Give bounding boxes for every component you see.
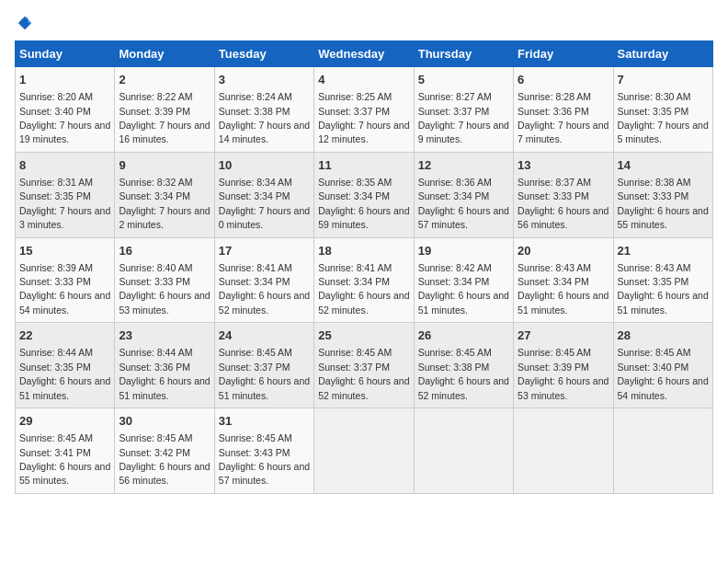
day-number: 16 xyxy=(119,243,210,259)
page-header xyxy=(15,15,713,31)
calendar-cell: 23Sunrise: 8:44 AMSunset: 3:36 PMDayligh… xyxy=(115,323,214,408)
day-detail: Sunrise: 8:27 AMSunset: 3:37 PMDaylight:… xyxy=(418,91,509,144)
day-number: 17 xyxy=(219,243,310,259)
day-detail: Sunrise: 8:45 AMSunset: 3:38 PMDaylight:… xyxy=(418,347,509,400)
day-detail: Sunrise: 8:38 AMSunset: 3:33 PMDaylight:… xyxy=(618,177,709,230)
logo xyxy=(15,15,33,31)
calendar-header-saturday: Saturday xyxy=(613,41,712,67)
calendar-header-thursday: Thursday xyxy=(414,41,513,67)
calendar-header-friday: Friday xyxy=(514,41,613,67)
calendar-cell: 18Sunrise: 8:41 AMSunset: 3:34 PMDayligh… xyxy=(314,237,414,323)
calendar-cell: 13Sunrise: 8:37 AMSunset: 3:33 PMDayligh… xyxy=(514,152,613,237)
day-number: 13 xyxy=(518,157,609,174)
day-detail: Sunrise: 8:25 AMSunset: 3:37 PMDaylight:… xyxy=(318,91,409,144)
day-detail: Sunrise: 8:45 AMSunset: 3:37 PMDaylight:… xyxy=(219,347,310,400)
day-detail: Sunrise: 8:45 AMSunset: 3:41 PMDaylight:… xyxy=(19,432,110,486)
day-detail: Sunrise: 8:42 AMSunset: 3:34 PMDaylight:… xyxy=(418,262,509,316)
day-number: 24 xyxy=(219,327,310,344)
calendar-cell: 19Sunrise: 8:42 AMSunset: 3:34 PMDayligh… xyxy=(414,237,513,323)
day-number: 6 xyxy=(518,72,609,88)
calendar-cell: 24Sunrise: 8:45 AMSunset: 3:37 PMDayligh… xyxy=(214,323,313,408)
calendar-week-2: 8Sunrise: 8:31 AMSunset: 3:35 PMDaylight… xyxy=(16,152,713,237)
day-number: 29 xyxy=(19,413,110,430)
day-detail: Sunrise: 8:45 AMSunset: 3:39 PMDaylight:… xyxy=(518,347,609,400)
calendar-cell: 26Sunrise: 8:45 AMSunset: 3:38 PMDayligh… xyxy=(414,323,513,408)
calendar-cell: 8Sunrise: 8:31 AMSunset: 3:35 PMDaylight… xyxy=(16,152,115,237)
day-detail: Sunrise: 8:45 AMSunset: 3:37 PMDaylight:… xyxy=(318,347,409,400)
day-detail: Sunrise: 8:35 AMSunset: 3:34 PMDaylight:… xyxy=(318,177,409,230)
day-number: 28 xyxy=(618,327,709,344)
day-number: 22 xyxy=(19,327,110,344)
day-number: 15 xyxy=(19,243,110,259)
day-detail: Sunrise: 8:41 AMSunset: 3:34 PMDaylight:… xyxy=(318,262,409,316)
calendar-header-sunday: Sunday xyxy=(16,41,115,67)
calendar-header-monday: Monday xyxy=(115,41,214,67)
day-detail: Sunrise: 8:30 AMSunset: 3:35 PMDaylight:… xyxy=(618,91,709,144)
calendar-header-row: SundayMondayTuesdayWednesdayThursdayFrid… xyxy=(16,41,713,67)
calendar-cell xyxy=(314,408,414,494)
day-number: 7 xyxy=(618,72,709,88)
calendar-cell: 20Sunrise: 8:43 AMSunset: 3:34 PMDayligh… xyxy=(514,237,613,323)
day-detail: Sunrise: 8:43 AMSunset: 3:34 PMDaylight:… xyxy=(518,262,609,316)
calendar-cell: 27Sunrise: 8:45 AMSunset: 3:39 PMDayligh… xyxy=(514,323,613,408)
day-detail: Sunrise: 8:36 AMSunset: 3:34 PMDaylight:… xyxy=(418,177,509,230)
calendar-cell: 28Sunrise: 8:45 AMSunset: 3:40 PMDayligh… xyxy=(613,323,712,408)
calendar-cell: 7Sunrise: 8:30 AMSunset: 3:35 PMDaylight… xyxy=(613,67,712,153)
day-number: 2 xyxy=(119,72,210,88)
calendar-week-5: 29Sunrise: 8:45 AMSunset: 3:41 PMDayligh… xyxy=(16,408,713,494)
calendar-cell: 6Sunrise: 8:28 AMSunset: 3:36 PMDaylight… xyxy=(514,67,613,153)
calendar-cell: 22Sunrise: 8:44 AMSunset: 3:35 PMDayligh… xyxy=(16,323,115,408)
day-number: 21 xyxy=(618,243,709,259)
day-detail: Sunrise: 8:28 AMSunset: 3:36 PMDaylight:… xyxy=(518,91,609,144)
day-detail: Sunrise: 8:32 AMSunset: 3:34 PMDaylight:… xyxy=(119,177,210,230)
calendar-cell xyxy=(514,408,613,494)
day-number: 1 xyxy=(19,72,110,88)
day-number: 25 xyxy=(318,327,409,344)
calendar-header-tuesday: Tuesday xyxy=(214,41,313,67)
day-number: 12 xyxy=(418,157,509,174)
day-detail: Sunrise: 8:31 AMSunset: 3:35 PMDaylight:… xyxy=(19,177,110,230)
day-number: 8 xyxy=(19,157,110,174)
calendar-cell: 15Sunrise: 8:39 AMSunset: 3:33 PMDayligh… xyxy=(16,237,115,323)
day-detail: Sunrise: 8:45 AMSunset: 3:43 PMDaylight:… xyxy=(219,432,310,486)
day-detail: Sunrise: 8:22 AMSunset: 3:39 PMDaylight:… xyxy=(119,91,210,144)
calendar-cell: 10Sunrise: 8:34 AMSunset: 3:34 PMDayligh… xyxy=(214,152,313,237)
calendar-cell xyxy=(613,408,712,494)
calendar-cell: 1Sunrise: 8:20 AMSunset: 3:40 PMDaylight… xyxy=(16,67,115,153)
day-detail: Sunrise: 8:44 AMSunset: 3:36 PMDaylight:… xyxy=(119,347,210,400)
day-detail: Sunrise: 8:40 AMSunset: 3:33 PMDaylight:… xyxy=(119,262,210,316)
day-detail: Sunrise: 8:44 AMSunset: 3:35 PMDaylight:… xyxy=(19,347,110,400)
day-number: 27 xyxy=(518,327,609,344)
calendar-cell xyxy=(414,408,513,494)
day-number: 18 xyxy=(318,243,409,259)
calendar-cell: 31Sunrise: 8:45 AMSunset: 3:43 PMDayligh… xyxy=(214,408,313,494)
calendar-cell: 4Sunrise: 8:25 AMSunset: 3:37 PMDaylight… xyxy=(314,67,414,153)
calendar-cell: 17Sunrise: 8:41 AMSunset: 3:34 PMDayligh… xyxy=(214,237,313,323)
calendar-cell: 14Sunrise: 8:38 AMSunset: 3:33 PMDayligh… xyxy=(613,152,712,237)
day-number: 9 xyxy=(119,157,210,174)
day-detail: Sunrise: 8:43 AMSunset: 3:35 PMDaylight:… xyxy=(618,262,709,316)
calendar-cell: 9Sunrise: 8:32 AMSunset: 3:34 PMDaylight… xyxy=(115,152,214,237)
day-number: 10 xyxy=(219,157,310,174)
calendar-cell: 3Sunrise: 8:24 AMSunset: 3:38 PMDaylight… xyxy=(214,67,313,153)
day-detail: Sunrise: 8:45 AMSunset: 3:42 PMDaylight:… xyxy=(119,432,210,486)
calendar-cell: 12Sunrise: 8:36 AMSunset: 3:34 PMDayligh… xyxy=(414,152,513,237)
calendar-cell: 16Sunrise: 8:40 AMSunset: 3:33 PMDayligh… xyxy=(115,237,214,323)
day-detail: Sunrise: 8:34 AMSunset: 3:34 PMDaylight:… xyxy=(219,177,310,230)
day-number: 26 xyxy=(418,327,509,344)
logo-icon xyxy=(17,15,33,31)
day-detail: Sunrise: 8:45 AMSunset: 3:40 PMDaylight:… xyxy=(618,347,709,400)
day-number: 5 xyxy=(418,72,509,88)
calendar-cell: 2Sunrise: 8:22 AMSunset: 3:39 PMDaylight… xyxy=(115,67,214,153)
day-number: 4 xyxy=(318,72,409,88)
calendar-week-3: 15Sunrise: 8:39 AMSunset: 3:33 PMDayligh… xyxy=(16,237,713,323)
day-number: 19 xyxy=(418,243,509,259)
calendar-cell: 5Sunrise: 8:27 AMSunset: 3:37 PMDaylight… xyxy=(414,67,513,153)
day-number: 30 xyxy=(119,413,210,430)
day-number: 20 xyxy=(518,243,609,259)
day-detail: Sunrise: 8:24 AMSunset: 3:38 PMDaylight:… xyxy=(219,91,310,144)
calendar-cell: 25Sunrise: 8:45 AMSunset: 3:37 PMDayligh… xyxy=(314,323,414,408)
day-number: 3 xyxy=(219,72,310,88)
day-detail: Sunrise: 8:37 AMSunset: 3:33 PMDaylight:… xyxy=(518,177,609,230)
calendar-week-1: 1Sunrise: 8:20 AMSunset: 3:40 PMDaylight… xyxy=(16,67,713,153)
